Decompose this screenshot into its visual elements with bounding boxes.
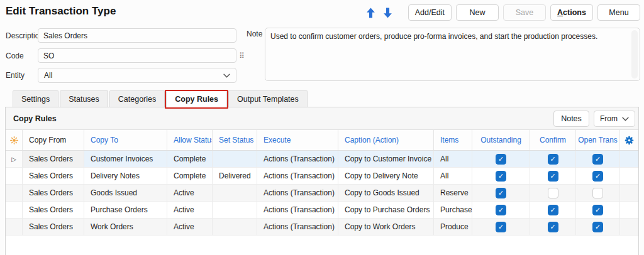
cell-allow-status[interactable]: Active — [167, 202, 213, 219]
copy-rules-toolbar: Copy Rules Notes From — [6, 107, 638, 130]
cell-set-status[interactable] — [213, 202, 257, 219]
code-field[interactable] — [38, 48, 236, 63]
column-header-open-trans[interactable]: Open Trans — [576, 130, 620, 150]
cell-caption-action[interactable]: Copy to Goods Issued — [338, 185, 434, 202]
cell-items[interactable]: All — [434, 151, 472, 168]
note-field[interactable]: Used to confirm customer orders, produce… — [265, 28, 640, 81]
column-header-copy-to[interactable]: Copy To — [84, 130, 167, 150]
cell-caption-action[interactable]: Copy to Delivery Note — [338, 168, 434, 185]
tab-categories[interactable]: Categories — [109, 90, 165, 107]
outstanding-cell: ✓ — [472, 185, 530, 202]
entity-dropdown[interactable]: All — [38, 68, 236, 83]
cell-copy-from[interactable]: Sales Orders — [23, 219, 84, 236]
sun-icon[interactable] — [6, 130, 23, 150]
note-label: Note — [247, 30, 262, 38]
column-header-items[interactable]: Items — [434, 130, 472, 150]
cell-items[interactable]: Produce — [434, 219, 472, 236]
tab-copy-rules-label: Copy Rules — [175, 95, 218, 104]
navigate-down-icon[interactable] — [382, 6, 394, 19]
cell-allow-status[interactable]: Active — [167, 219, 213, 236]
confirm-cell — [530, 185, 576, 202]
page-title: Edit Transaction Type — [6, 5, 116, 18]
row-gear-spacer — [620, 185, 638, 202]
menu-button[interactable]: Menu — [597, 4, 640, 21]
cell-allow-status[interactable]: Complete — [167, 151, 213, 168]
cell-set-status[interactable] — [213, 219, 257, 236]
cell-allow-status[interactable]: Complete — [167, 168, 213, 185]
open-trans-checkbox[interactable] — [592, 188, 603, 198]
add-edit-button[interactable]: Add/Edit — [408, 4, 452, 21]
confirm-checkbox[interactable]: ✓ — [548, 205, 558, 215]
column-header-allow-status[interactable]: Allow Status — [167, 130, 213, 150]
outstanding-checkbox[interactable]: ✓ — [496, 188, 506, 198]
table-row[interactable]: Sales OrdersGoods IssuedActiveActions (T… — [6, 185, 638, 202]
cell-execute[interactable]: Actions (Transaction) — [257, 168, 338, 185]
open-trans-checkbox[interactable]: ✓ — [592, 171, 603, 182]
actions-button[interactable]: Actions — [550, 4, 593, 21]
cell-execute[interactable]: Actions (Transaction) — [257, 185, 338, 202]
tab-strip: Settings Statuses Categories Copy Rules … — [13, 90, 308, 107]
navigate-up-icon[interactable] — [365, 6, 377, 19]
table-row[interactable]: Sales OrdersWork OrdersActiveActions (Tr… — [6, 219, 638, 236]
column-header-confirm[interactable]: Confirm — [530, 130, 576, 150]
cell-copy-from[interactable]: Sales Orders — [23, 202, 84, 219]
cell-items[interactable]: Reserve — [434, 185, 472, 202]
confirm-checkbox[interactable]: ✓ — [548, 154, 558, 165]
row-gear-spacer — [620, 219, 638, 236]
row-indicator-cell — [6, 185, 23, 202]
outstanding-checkbox[interactable]: ✓ — [496, 154, 506, 165]
cell-copy-to[interactable]: Delivery Notes — [84, 168, 167, 185]
cell-caption-action[interactable]: Copy to Customer Invoice — [338, 151, 434, 168]
cell-caption-action[interactable]: Copy to Purchase Orders — [338, 202, 434, 219]
header-toolbar: Add/Edit New Save Actions Menu — [365, 4, 640, 21]
outstanding-cell: ✓ — [472, 202, 530, 219]
scrollbar-track[interactable] — [631, 30, 638, 79]
tab-settings[interactable]: Settings — [13, 90, 58, 107]
cell-set-status[interactable] — [213, 185, 257, 202]
cell-execute[interactable]: Actions (Transaction) — [257, 151, 338, 168]
cell-copy-to[interactable]: Customer Invoices — [84, 151, 167, 168]
tab-copy-rules[interactable]: Copy Rules — [166, 90, 227, 107]
confirm-checkbox[interactable]: ✓ — [548, 171, 558, 182]
cell-set-status[interactable] — [213, 151, 257, 168]
cell-copy-from[interactable]: Sales Orders — [23, 151, 84, 168]
tab-statuses[interactable]: Statuses — [60, 90, 108, 107]
cell-copy-from[interactable]: Sales Orders — [23, 168, 84, 185]
cell-allow-status[interactable]: Active — [167, 185, 213, 202]
outstanding-checkbox[interactable]: ✓ — [496, 205, 506, 215]
open-trans-cell: ✓ — [576, 168, 620, 185]
cell-execute[interactable]: Actions (Transaction) — [257, 202, 338, 219]
cell-items[interactable]: All — [434, 168, 472, 185]
open-trans-checkbox[interactable]: ✓ — [592, 222, 603, 232]
cell-execute[interactable]: Actions (Transaction) — [257, 219, 338, 236]
notes-button[interactable]: Notes — [553, 111, 589, 127]
column-header-copy-from[interactable]: Copy From — [23, 130, 84, 150]
confirm-checkbox[interactable]: ✓ — [548, 222, 558, 232]
tab-output-templates[interactable]: Output Templates — [228, 90, 308, 107]
column-header-outstanding[interactable]: Outstanding — [472, 130, 530, 150]
cell-copy-to[interactable]: Goods Issued — [84, 185, 167, 202]
cell-items[interactable]: Purchase — [434, 202, 472, 219]
table-row[interactable]: Sales OrdersPurchase OrdersActiveActions… — [6, 202, 638, 219]
outstanding-checkbox[interactable]: ✓ — [496, 171, 506, 182]
open-trans-checkbox[interactable]: ✓ — [592, 154, 603, 165]
grid-settings-gear-icon[interactable] — [620, 130, 638, 150]
confirm-checkbox[interactable] — [548, 188, 558, 198]
cell-copy-from[interactable]: Sales Orders — [23, 185, 84, 202]
cell-caption-action[interactable]: Copy to Work Orders — [338, 219, 434, 236]
drag-handle-icon[interactable]: ⠿ — [239, 52, 244, 60]
new-button[interactable]: New — [456, 4, 499, 21]
table-row[interactable]: Sales OrdersDelivery NotesCompleteDelive… — [6, 168, 638, 185]
cell-copy-to[interactable]: Work Orders — [84, 219, 167, 236]
outstanding-checkbox[interactable]: ✓ — [496, 222, 506, 232]
table-row[interactable]: ▷Sales OrdersCustomer InvoicesCompleteAc… — [6, 151, 638, 168]
column-header-caption-action[interactable]: Caption (Action) — [338, 130, 434, 150]
cell-copy-to[interactable]: Purchase Orders — [84, 202, 167, 219]
description-field[interactable] — [38, 28, 236, 43]
open-trans-checkbox[interactable]: ✓ — [592, 205, 603, 215]
save-button[interactable]: Save — [503, 4, 546, 21]
column-header-set-status[interactable]: Set Status — [213, 130, 257, 150]
cell-set-status[interactable]: Delivered — [213, 168, 257, 185]
column-header-execute[interactable]: Execute — [257, 130, 338, 150]
from-dropdown[interactable]: From — [594, 111, 635, 127]
